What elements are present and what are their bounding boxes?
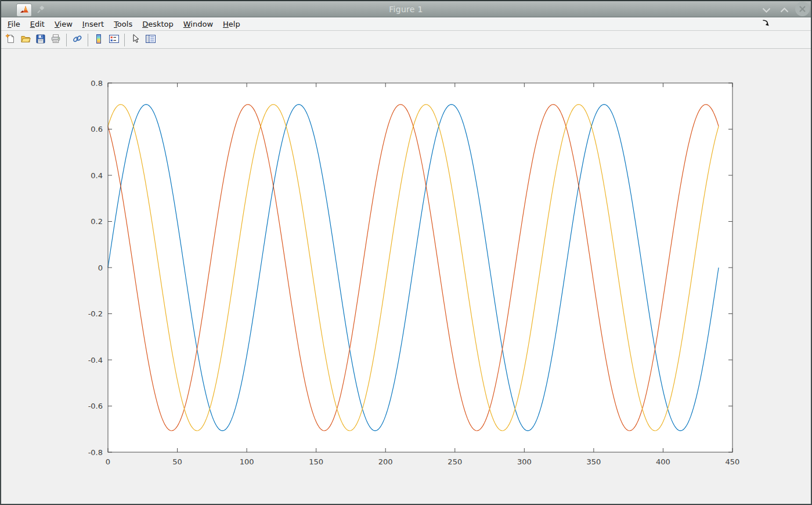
- x-tick-label: 150: [309, 457, 323, 466]
- menu-item-window[interactable]: Window: [183, 20, 213, 28]
- figure-canvas-area: 050100150200250300350400450-0.8-0.6-0.4-…: [1, 49, 811, 504]
- x-tick-label: 100: [240, 457, 254, 466]
- chevron-up-icon: [779, 5, 789, 16]
- window-title: Figure 1: [0, 5, 812, 14]
- y-tick-label: 0.4: [91, 171, 103, 180]
- save-icon: [35, 34, 46, 46]
- chevron-down-icon: [762, 5, 771, 16]
- plot-tools-icon: [145, 34, 156, 46]
- menu-bar: FileEditViewInsertToolsDesktopWindowHelp: [1, 17, 811, 31]
- y-tick-label: -0.4: [88, 356, 103, 365]
- dock-arrow-icon: [762, 19, 770, 30]
- window-border-left[interactable]: [0, 0, 1, 505]
- save-figure-button[interactable]: [33, 33, 48, 48]
- edit-plot-button[interactable]: [128, 33, 143, 48]
- maximize-button[interactable]: [778, 2, 791, 17]
- legend-icon: [109, 34, 120, 46]
- x-tick-label: 300: [517, 457, 532, 466]
- close-button[interactable]: [796, 2, 809, 17]
- arrow-pointer-icon: [130, 34, 140, 46]
- menu-item-help[interactable]: Help: [223, 20, 240, 28]
- insert-colorbar-button[interactable]: [91, 33, 106, 48]
- menu-item-insert[interactable]: Insert: [82, 20, 104, 28]
- toolbar-separator: [124, 34, 125, 46]
- y-tick-label: 0: [98, 264, 103, 272]
- title-bar[interactable]: Figure 1: [0, 0, 812, 17]
- link-plot-button[interactable]: [70, 33, 85, 48]
- close-circle-icon: [795, 1, 810, 19]
- y-tick-label: 0.2: [91, 217, 103, 226]
- y-tick-label: -0.8: [88, 448, 103, 457]
- y-tick-label: -0.6: [88, 402, 103, 410]
- menu-item-view[interactable]: View: [55, 20, 73, 28]
- x-tick-label: 50: [172, 457, 182, 466]
- menu-item-tools[interactable]: Tools: [114, 20, 132, 28]
- x-tick-label: 0: [106, 457, 110, 466]
- show-plot-tools-button[interactable]: [143, 33, 158, 48]
- x-tick-label: 200: [378, 457, 393, 466]
- print-figure-button[interactable]: [48, 33, 63, 48]
- x-tick-label: 450: [726, 457, 740, 466]
- menu-item-file[interactable]: File: [8, 20, 20, 28]
- new-document-icon: [5, 34, 16, 46]
- x-tick-label: 400: [656, 457, 670, 466]
- link-icon: [72, 34, 83, 46]
- axes-plot: 050100150200250300350400450-0.8-0.6-0.4-…: [1, 49, 811, 504]
- open-folder-icon: [20, 34, 31, 46]
- x-tick-label: 350: [586, 457, 601, 466]
- window-controls: [760, 1, 809, 19]
- insert-legend-button[interactable]: [106, 33, 121, 48]
- y-tick-label: 0.8: [91, 79, 103, 88]
- y-tick-label: 0.6: [91, 125, 103, 134]
- menu-item-edit[interactable]: Edit: [30, 20, 45, 28]
- x-tick-label: 250: [447, 457, 462, 466]
- new-figure-button[interactable]: [3, 33, 18, 48]
- colorbar-icon: [93, 34, 104, 46]
- figure-window: Figure 1: [0, 0, 812, 505]
- print-icon: [50, 34, 61, 46]
- y-tick-label: -0.2: [88, 309, 103, 318]
- minimize-button[interactable]: [760, 2, 773, 17]
- open-file-button[interactable]: [18, 33, 33, 48]
- menu-item-desktop[interactable]: Desktop: [142, 20, 174, 28]
- figure-toolbar: [1, 31, 811, 49]
- dock-figure-button[interactable]: [761, 19, 770, 28]
- toolbar-separator: [66, 34, 67, 46]
- toolbar-separator: [88, 34, 88, 46]
